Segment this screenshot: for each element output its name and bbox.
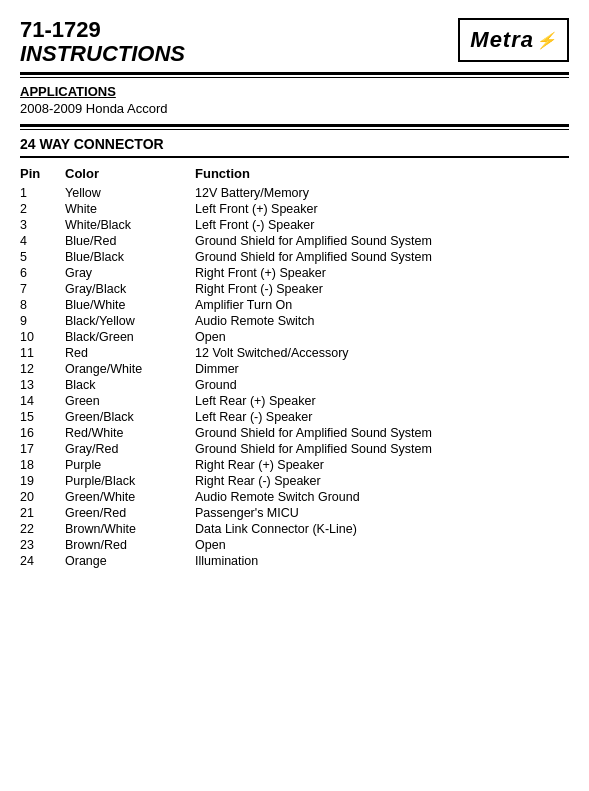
- wire-color: Black/Green: [65, 329, 195, 345]
- pin-number: 8: [20, 297, 65, 313]
- wire-function: Ground Shield for Amplified Sound System: [195, 441, 569, 457]
- pin-number: 4: [20, 233, 65, 249]
- pin-number: 5: [20, 249, 65, 265]
- wire-function: Left Rear (+) Speaker: [195, 393, 569, 409]
- table-header-row: Pin Color Function: [20, 166, 569, 185]
- table-row: 23Brown/RedOpen: [20, 537, 569, 553]
- header: 71-1729 INSTRUCTIONS Metra ⚡: [20, 18, 569, 66]
- wire-function: Ground Shield for Amplified Sound System: [195, 233, 569, 249]
- pin-number: 7: [20, 281, 65, 297]
- wire-function: Data Link Connector (K-Line): [195, 521, 569, 537]
- divider-connector: [20, 156, 569, 158]
- table-row: 16Red/WhiteGround Shield for Amplified S…: [20, 425, 569, 441]
- wire-function: Passenger's MICU: [195, 505, 569, 521]
- wire-color: Red: [65, 345, 195, 361]
- table-row: 18PurpleRight Rear (+) Speaker: [20, 457, 569, 473]
- table-row: 22Brown/WhiteData Link Connector (K-Line…: [20, 521, 569, 537]
- pin-number: 6: [20, 265, 65, 281]
- wire-function: Open: [195, 329, 569, 345]
- wire-color: White: [65, 201, 195, 217]
- page-title: INSTRUCTIONS: [20, 42, 185, 66]
- connector-label: 24 WAY CONNECTOR: [20, 136, 569, 152]
- title-block: 71-1729 INSTRUCTIONS: [20, 18, 185, 66]
- col-function: Function: [195, 166, 569, 185]
- pin-number: 14: [20, 393, 65, 409]
- wire-color: Blue/Red: [65, 233, 195, 249]
- table-row: 20Green/WhiteAudio Remote Switch Ground: [20, 489, 569, 505]
- wire-color: Orange: [65, 553, 195, 569]
- wire-function: Ground Shield for Amplified Sound System: [195, 425, 569, 441]
- col-color: Color: [65, 166, 195, 185]
- divider-mid-thin: [20, 129, 569, 130]
- wire-function: Right Rear (+) Speaker: [195, 457, 569, 473]
- pin-number: 22: [20, 521, 65, 537]
- pin-number: 16: [20, 425, 65, 441]
- applications-label: APPLICATIONS: [20, 84, 569, 99]
- wire-color: Green: [65, 393, 195, 409]
- logo-text: Metra: [470, 27, 534, 53]
- pin-number: 11: [20, 345, 65, 361]
- wire-function: Illumination: [195, 553, 569, 569]
- wire-color: Orange/White: [65, 361, 195, 377]
- table-row: 7Gray/BlackRight Front (-) Speaker: [20, 281, 569, 297]
- table-row: 1Yellow12V Battery/Memory: [20, 185, 569, 201]
- wire-color: Blue/White: [65, 297, 195, 313]
- pin-number: 1: [20, 185, 65, 201]
- pin-number: 23: [20, 537, 65, 553]
- wire-color: Blue/Black: [65, 249, 195, 265]
- col-pin: Pin: [20, 166, 65, 185]
- pin-number: 21: [20, 505, 65, 521]
- pin-number: 13: [20, 377, 65, 393]
- pin-number: 10: [20, 329, 65, 345]
- wire-function: Left Front (-) Speaker: [195, 217, 569, 233]
- wire-color: Green/Black: [65, 409, 195, 425]
- pin-table: Pin Color Function 1Yellow12V Battery/Me…: [20, 166, 569, 569]
- table-row: 9Black/YellowAudio Remote Switch: [20, 313, 569, 329]
- wire-function: Open: [195, 537, 569, 553]
- wire-function: Right Front (+) Speaker: [195, 265, 569, 281]
- pin-number: 20: [20, 489, 65, 505]
- divider-top-thin: [20, 77, 569, 78]
- wire-function: Right Front (-) Speaker: [195, 281, 569, 297]
- application-text: 2008-2009 Honda Accord: [20, 101, 569, 116]
- table-row: 14GreenLeft Rear (+) Speaker: [20, 393, 569, 409]
- table-row: 4Blue/RedGround Shield for Amplified Sou…: [20, 233, 569, 249]
- pin-number: 12: [20, 361, 65, 377]
- wire-color: White/Black: [65, 217, 195, 233]
- wire-color: Brown/Red: [65, 537, 195, 553]
- wire-color: Green/Red: [65, 505, 195, 521]
- wire-function: 12V Battery/Memory: [195, 185, 569, 201]
- wire-color: Purple: [65, 457, 195, 473]
- table-row: 19Purple/BlackRight Rear (-) Speaker: [20, 473, 569, 489]
- logo-arrow-icon: ⚡: [536, 31, 557, 50]
- wire-function: Ground: [195, 377, 569, 393]
- pin-number: 19: [20, 473, 65, 489]
- table-row: 2WhiteLeft Front (+) Speaker: [20, 201, 569, 217]
- wire-color: Black: [65, 377, 195, 393]
- wire-function: Amplifier Turn On: [195, 297, 569, 313]
- pin-number: 2: [20, 201, 65, 217]
- wire-function: Audio Remote Switch: [195, 313, 569, 329]
- wire-color: Red/White: [65, 425, 195, 441]
- table-row: 15Green/BlackLeft Rear (-) Speaker: [20, 409, 569, 425]
- table-row: 3White/BlackLeft Front (-) Speaker: [20, 217, 569, 233]
- wire-function: Ground Shield for Amplified Sound System: [195, 249, 569, 265]
- pin-number: 17: [20, 441, 65, 457]
- divider-top-thick: [20, 72, 569, 75]
- pin-number: 15: [20, 409, 65, 425]
- table-row: 21Green/RedPassenger's MICU: [20, 505, 569, 521]
- logo: Metra ⚡: [458, 18, 569, 62]
- table-row: 13BlackGround: [20, 377, 569, 393]
- wire-color: Purple/Black: [65, 473, 195, 489]
- table-row: 24OrangeIllumination: [20, 553, 569, 569]
- wire-function: Right Rear (-) Speaker: [195, 473, 569, 489]
- wire-color: Yellow: [65, 185, 195, 201]
- pin-number: 9: [20, 313, 65, 329]
- wire-color: Black/Yellow: [65, 313, 195, 329]
- wire-function: Audio Remote Switch Ground: [195, 489, 569, 505]
- table-row: 6GrayRight Front (+) Speaker: [20, 265, 569, 281]
- pin-number: 24: [20, 553, 65, 569]
- wire-color: Green/White: [65, 489, 195, 505]
- table-row: 8Blue/WhiteAmplifier Turn On: [20, 297, 569, 313]
- table-row: 10Black/GreenOpen: [20, 329, 569, 345]
